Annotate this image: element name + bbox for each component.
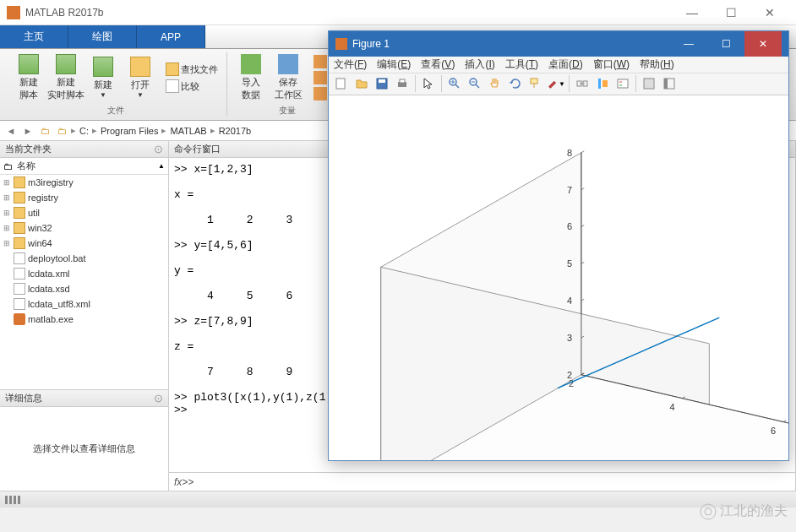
- svg-rect-24: [664, 79, 668, 89]
- save-workspace-button[interactable]: 保存 工作区: [270, 52, 307, 103]
- figure-menu-item[interactable]: 查看(V): [421, 57, 455, 72]
- expand-icon[interactable]: ⊞: [3, 178, 14, 187]
- file-row[interactable]: ⊞util: [0, 205, 168, 220]
- file-name: win64: [28, 238, 52, 248]
- expand-icon[interactable]: ⊞: [3, 224, 14, 232]
- tab-app[interactable]: APP: [137, 25, 205, 48]
- svg-rect-19: [618, 79, 628, 88]
- panel-menu-icon[interactable]: ⊙: [154, 143, 163, 155]
- svg-text:4: 4: [669, 401, 674, 411]
- svg-text:4: 4: [567, 296, 572, 306]
- pan-icon[interactable]: [486, 74, 504, 93]
- new-figure-icon[interactable]: [332, 74, 351, 93]
- path-part[interactable]: R2017b: [215, 126, 255, 136]
- svg-rect-0: [336, 79, 345, 89]
- figure-menu-item[interactable]: 工具(T): [505, 57, 538, 72]
- file-row[interactable]: deploytool.bat: [0, 251, 168, 266]
- figure-menu-item[interactable]: 桌面(D): [548, 57, 583, 72]
- current-folder-header: 当前文件夹⊙: [0, 141, 168, 158]
- svg-rect-4: [400, 79, 405, 83]
- colorbar-icon[interactable]: [593, 74, 612, 93]
- file-row[interactable]: ⊞registry: [0, 190, 168, 205]
- folder-icon: [14, 222, 25, 234]
- panel-menu-icon[interactable]: ⊙: [154, 392, 163, 404]
- file-row[interactable]: lcdata.xsd: [0, 281, 168, 296]
- tab-home[interactable]: 主页: [0, 25, 68, 48]
- svg-text:5: 5: [567, 258, 572, 269]
- file-row[interactable]: lcdata.xml: [0, 266, 168, 281]
- close-button[interactable]: ✕: [750, 0, 789, 25]
- figure-minimize-button[interactable]: —: [670, 31, 707, 57]
- new-live-script-button[interactable]: 新建 实时脚本: [47, 52, 85, 103]
- ml-icon: [14, 313, 25, 325]
- save-icon[interactable]: [373, 74, 391, 93]
- figure-menu-item[interactable]: 文件(F): [334, 57, 367, 72]
- figure-window[interactable]: Figure 1 — ☐ ✕ 文件(F)编辑(E)查看(V)插入(I)工具(T)…: [328, 30, 789, 461]
- maximize-button[interactable]: ☐: [711, 0, 750, 25]
- up-folder-icon[interactable]: 🗀: [37, 123, 52, 138]
- file-row[interactable]: ⊞win32: [0, 220, 168, 236]
- folder-up-icon[interactable]: 🗀: [3, 161, 17, 171]
- print-icon[interactable]: [393, 74, 412, 93]
- figure-axes[interactable]: 0246824682345678: [329, 95, 788, 460]
- svg-line-6: [455, 84, 459, 88]
- figure-close-button[interactable]: ✕: [744, 31, 782, 57]
- folder-icon: [14, 237, 25, 249]
- datatip-icon[interactable]: [526, 74, 545, 93]
- link-icon[interactable]: [573, 74, 592, 93]
- file-row[interactable]: ⊞m3iregistry: [0, 175, 168, 190]
- file-list[interactable]: 🗀名称▲ ⊞m3iregistry⊞registry⊞util⊞win32⊞wi…: [0, 158, 168, 389]
- back-button[interactable]: ◄: [3, 123, 19, 138]
- watermark: 江北的渔夫: [700, 502, 788, 520]
- folder-icon: [14, 176, 25, 188]
- rotate-icon[interactable]: [506, 74, 525, 93]
- fx-bar[interactable]: fx >>: [169, 472, 795, 491]
- figure-menu-item[interactable]: 编辑(E): [377, 57, 411, 72]
- pointer-icon[interactable]: [419, 74, 438, 93]
- svg-rect-22: [644, 79, 654, 89]
- svg-text:3: 3: [567, 333, 572, 343]
- forward-button[interactable]: ►: [20, 123, 35, 138]
- file-row[interactable]: matlab.exe: [0, 312, 168, 327]
- svg-line-10: [476, 84, 479, 88]
- find-files-button[interactable]: 查找文件: [162, 62, 221, 77]
- figure-menu-item[interactable]: 插入(I): [465, 57, 494, 72]
- legend-icon[interactable]: [613, 74, 632, 93]
- minimize-button[interactable]: —: [673, 0, 711, 25]
- file-row[interactable]: ⊞win64: [0, 236, 168, 251]
- name-column-header[interactable]: 名称: [17, 160, 158, 172]
- new-script-button[interactable]: 新建 脚本: [10, 52, 47, 103]
- file-icon: [14, 298, 25, 310]
- expand-icon[interactable]: ⊞: [3, 239, 14, 247]
- expand-icon[interactable]: ⊞: [3, 193, 14, 202]
- import-data-button[interactable]: 导入 数据: [232, 52, 270, 103]
- svg-line-57: [581, 187, 584, 189]
- path-part[interactable]: MATLAB: [166, 126, 210, 136]
- dock-icon[interactable]: [660, 74, 679, 93]
- svg-text:8: 8: [567, 147, 572, 157]
- figure-menu-item[interactable]: 帮助(H): [640, 57, 674, 72]
- figure-titlebar[interactable]: Figure 1 — ☐ ✕: [329, 31, 788, 57]
- file-name: lcdata.xml: [28, 269, 70, 279]
- file-name: util: [28, 208, 40, 218]
- zoom-out-icon[interactable]: [466, 74, 484, 93]
- tab-plot[interactable]: 绘图: [68, 25, 137, 48]
- path-part[interactable]: Program Files: [97, 126, 161, 136]
- figure-toolbar: ▼: [329, 73, 788, 95]
- ribbon-group-var-label: 变量: [279, 105, 296, 117]
- new-button[interactable]: 新建▼: [85, 52, 122, 103]
- open-button[interactable]: 打开▼: [122, 52, 159, 103]
- file-row[interactable]: lcdata_utf8.xml: [0, 296, 168, 312]
- open-icon[interactable]: [352, 74, 371, 93]
- figure-maximize-button[interactable]: ☐: [707, 31, 744, 57]
- hide-tools-icon[interactable]: [640, 74, 658, 93]
- figure-menu-item[interactable]: 窗口(W): [593, 57, 630, 72]
- svg-text:2: 2: [567, 369, 572, 379]
- brush-icon[interactable]: ▼: [547, 74, 565, 93]
- file-name: matlab.exe: [28, 314, 74, 324]
- zoom-in-icon[interactable]: [445, 74, 464, 93]
- path-drive[interactable]: C:: [76, 126, 92, 136]
- compare-button[interactable]: 比较: [162, 79, 221, 94]
- history-icon[interactable]: 🗀: [54, 123, 69, 138]
- expand-icon[interactable]: ⊞: [3, 209, 14, 217]
